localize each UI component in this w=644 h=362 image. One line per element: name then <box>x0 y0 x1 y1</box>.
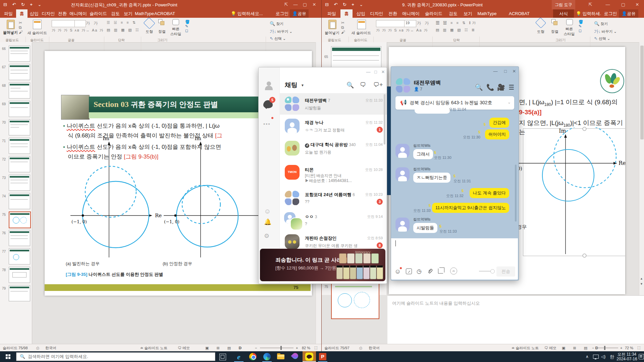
slide-thumbnail-current[interactable] <box>9 212 31 228</box>
tab-file[interactable]: 파일 <box>1 9 15 18</box>
ribbon-options-button[interactable]: ⇱ <box>585 0 595 9</box>
view-buttons[interactable]: ▣ ⊞ ▤ 𝗗 <box>562 344 601 352</box>
selection-handle[interactable] <box>583 254 586 257</box>
tab-insert[interactable]: 삽입 <box>355 9 367 18</box>
comments-toggle[interactable]: 🗨 메모 <box>544 344 556 352</box>
search-icon[interactable]: 🔍 <box>346 81 354 89</box>
friends-icon[interactable] <box>264 81 273 91</box>
font-style-icons[interactable]: 가 가 가 S ᴀʙ 가↔ Aa 가 <box>52 28 104 33</box>
slide-thumbnail[interactable] <box>9 119 30 135</box>
more-icon[interactable]: ••• <box>263 121 271 127</box>
tab-design[interactable]: 디자인 <box>41 9 56 18</box>
font-grow-shrink-icons[interactable]: 가 가 <box>417 20 430 26</box>
font-size-combobox[interactable] <box>74 20 86 27</box>
tab-mathtype[interactable]: MathType <box>476 9 498 18</box>
tab-design[interactable]: 디자인 <box>369 9 385 18</box>
tab-file[interactable]: 파일 <box>324 9 339 18</box>
action-center-icon[interactable] <box>639 354 644 359</box>
settings-gear-icon[interactable]: ⚙ <box>264 232 269 240</box>
sender-avatar[interactable] <box>395 218 410 232</box>
taskbar-clock[interactable]: 오전 11:34 2024-07-16 <box>616 352 637 361</box>
quick-access-toolbar[interactable]: ⊟ ↶ ↻ ⌖ ⌄ <box>3 2 43 7</box>
slide-thumbnail[interactable] <box>9 156 30 172</box>
attach-file-button[interactable] <box>427 268 433 274</box>
close-button[interactable]: ✕ <box>632 0 642 9</box>
task-view-button[interactable] <box>219 354 226 360</box>
replace-button[interactable]: 가↓ 바꾸기 ⌄ <box>270 28 292 35</box>
room-search-icon[interactable]: 🔍 <box>475 83 483 91</box>
zoom-slider[interactable] <box>260 348 293 348</box>
cut-copy-painter-icons[interactable]: ✂⧉🖌 <box>19 20 23 35</box>
slide-thumbnail[interactable] <box>9 248 30 264</box>
slide-thumbnail[interactable] <box>9 138 30 154</box>
send-button[interactable]: 전송 <box>496 266 515 277</box>
tab-insert[interactable]: 삽입 <box>28 9 40 18</box>
previous-slide-button[interactable]: ▲ <box>640 277 643 280</box>
room-menu-icon[interactable]: ☰ <box>508 83 514 91</box>
sender-avatar[interactable] <box>395 144 410 158</box>
start-button[interactable] <box>0 351 16 362</box>
list-scrollbar[interactable] <box>384 94 385 144</box>
notice-expand-chevron[interactable]: ⌄ <box>507 100 511 105</box>
chat-item-daegu-cafeteria[interactable]: ↺ 대구대 학식 공유방 340 오늘 밥 뭔가용 오전 11:04 <box>279 137 387 159</box>
find-button[interactable]: 🔍 찾기 <box>594 21 608 26</box>
maximize-button[interactable]: □ <box>372 69 379 74</box>
new-chat-icon[interactable]: 🗩+ <box>373 81 383 88</box>
tab-home[interactable]: 홈 <box>16 9 28 18</box>
tray-show-hidden-icons[interactable]: ∧ <box>586 354 589 359</box>
maximize-button[interactable]: ▢ <box>300 0 310 9</box>
tab-acrobat[interactable]: ACROBAT <box>154 9 174 18</box>
selection-handle[interactable] <box>583 127 586 131</box>
spellcheck-icon[interactable]: ⎙ <box>359 344 362 352</box>
close-button[interactable]: ✕ <box>309 0 319 9</box>
spellcheck-icon[interactable]: ⎙ <box>36 344 39 352</box>
slide-thumbnail[interactable] <box>9 193 30 209</box>
tab-home[interactable]: 홈 <box>340 9 353 18</box>
slide-thumbnail[interactable] <box>9 101 30 117</box>
tab-picture-format[interactable]: 서식 <box>553 9 574 18</box>
slide-thumbnail[interactable] <box>9 230 30 246</box>
maximize-button[interactable]: □ <box>502 69 509 74</box>
chat-item-oo[interactable]: ㅇㅇ 3 ? 오전 9:14 <box>279 209 387 231</box>
chat-item-tmon[interactable]: TMON 티몬 [티몬] 배송지연 안내 ▶배송번호 : 149544381..… <box>279 160 387 186</box>
message-input-area[interactable]: ☺ ◷ AI 전송 <box>391 238 518 280</box>
powerpoint-icon[interactable]: P <box>319 353 327 361</box>
paint3d-icon[interactable] <box>291 353 299 361</box>
minimize-button[interactable]: — <box>365 69 372 74</box>
edge-icon[interactable] <box>263 353 271 361</box>
language-indicator[interactable]: 한국어 <box>45 344 56 352</box>
slide-thumbnail[interactable] <box>9 175 30 191</box>
tab-mathtype[interactable]: MathType <box>135 9 154 18</box>
cut-copy-painter-icons[interactable]: ✂⧉🖌 <box>341 20 346 35</box>
fill-outline-effects-icons[interactable]: 🪣✎◻ <box>185 20 190 33</box>
voice-call-icon[interactable]: 📞 <box>486 83 494 91</box>
tab-transitions[interactable]: 전환 <box>56 9 68 18</box>
font-size-combobox[interactable]: 19 <box>404 20 416 27</box>
notes-toggle[interactable]: ≐ 슬라이드 노트 <box>140 344 167 352</box>
sender-avatar[interactable] <box>395 167 410 181</box>
slide-thumbnail[interactable] <box>9 64 30 80</box>
list-indent-icons[interactable]: ☰ ☱ ≡ ≡ ⇅ ⦀가 <box>436 20 477 25</box>
zoom-percent[interactable]: 72 % <box>625 344 633 352</box>
file-explorer-icon[interactable] <box>277 353 285 361</box>
zoom-out-button[interactable]: − <box>592 344 594 352</box>
notes-toggle[interactable]: ≐ 슬라이드 노트 <box>512 344 539 352</box>
share-button[interactable]: 👤공유 <box>290 9 309 18</box>
fit-slide-button[interactable]: ⛶ <box>315 344 317 352</box>
chat-item-jaekyung[interactable]: 재경 누나 ㅇㅋ 그거 보고 정할래 오전 11:32 1 <box>279 115 387 137</box>
fill-outline-effects-icons[interactable]: 🪣✎◻ <box>579 20 583 33</box>
room-scrollbar[interactable] <box>515 165 517 222</box>
next-slide-button[interactable]: ▼ <box>640 282 643 286</box>
video-call-icon[interactable]: 🎥 <box>497 83 505 91</box>
notification-bell-icon[interactable]: 🔔 <box>264 218 271 226</box>
maximize-button[interactable]: ▢ <box>618 0 628 9</box>
tellme-box[interactable]: 💡 입력하세요... <box>231 9 274 18</box>
tab-view[interactable]: 보기 <box>122 9 134 18</box>
taskbar-search-box[interactable]: 🔍 검색하려면 여기에 입력하세요. <box>16 352 215 361</box>
select-button[interactable]: ⇖ 선택 ⌄ <box>270 36 286 41</box>
minimize-button[interactable]: — <box>290 0 301 9</box>
signin-link[interactable]: 로그인 <box>275 9 289 18</box>
zoom-in-button[interactable]: + <box>620 344 622 352</box>
align-icons[interactable]: ▤ ▥ ▦ ▧ ☷ ≣ <box>436 28 476 32</box>
quick-access-toolbar[interactable]: ⊟ ↶ ↻ ⌖ ⌄ <box>325 2 365 7</box>
